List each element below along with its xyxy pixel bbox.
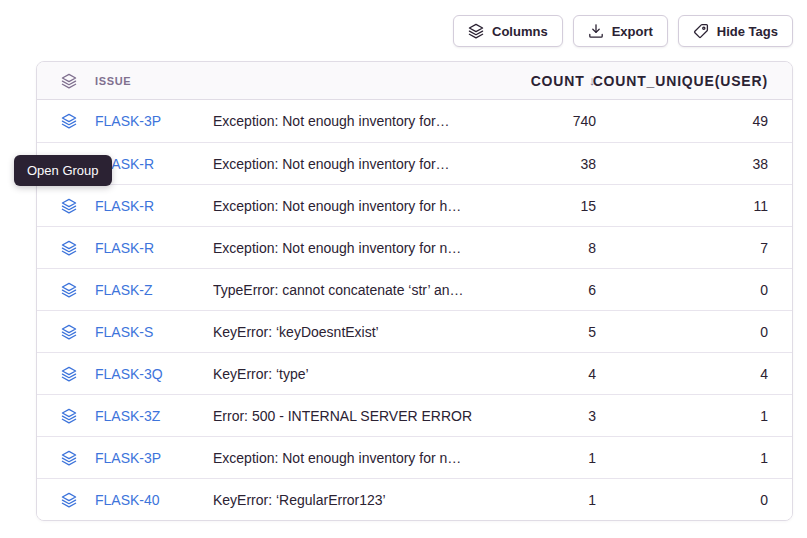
issue-id-link[interactable]: FLASK-R	[95, 240, 213, 256]
columns-button-label: Columns	[492, 24, 548, 39]
issue-icon-cell	[37, 240, 95, 256]
issue-icon-cell	[37, 113, 95, 129]
issue-title: Exception: Not enough inventory for n…	[213, 450, 486, 466]
issue-id-link[interactable]: FLASK-R	[95, 198, 213, 214]
count-cell: 740	[486, 113, 596, 129]
open-group-tooltip: Open Group	[14, 155, 112, 186]
count-cell: 1	[486, 492, 596, 508]
issues-table: ISSUE COUNT↓ COUNT_UNIQUE(USER) FLASK-3P…	[36, 61, 793, 521]
issue-icon-cell	[37, 408, 95, 424]
table-header-row: ISSUE COUNT↓ COUNT_UNIQUE(USER)	[37, 62, 792, 100]
table-row[interactable]: FLASK-R Exception: Not enough inventory …	[37, 184, 792, 226]
count-cell: 1	[486, 450, 596, 466]
issue-title: Exception: Not enough inventory for h…	[213, 198, 486, 214]
issue-title: KeyError: ‘keyDoesntExist’	[213, 324, 486, 340]
issue-title: Exception: Not enough inventory for n…	[213, 240, 486, 256]
issue-layers-icon[interactable]	[61, 282, 77, 298]
issue-id-link[interactable]: FLASK-3Q	[95, 366, 213, 382]
table-row[interactable]: FLASK-3Z Error: 500 - INTERNAL SERVER ER…	[37, 394, 792, 436]
count-unique-cell: 1	[596, 408, 792, 424]
count-cell: 3	[486, 408, 596, 424]
hide-tags-button[interactable]: Hide Tags	[678, 15, 793, 47]
count-unique-cell: 0	[596, 324, 792, 340]
issue-id-link[interactable]: FLASK-3P	[95, 113, 213, 129]
count-unique-cell: 0	[596, 492, 792, 508]
table-row[interactable]: FLASK-3P Exception: Not enough inventory…	[37, 100, 792, 142]
issue-layers-icon[interactable]	[61, 450, 77, 466]
count-cell: 6	[486, 282, 596, 298]
issue-layers-icon[interactable]	[61, 324, 77, 340]
count-cell: 4	[486, 366, 596, 382]
count-unique-cell: 1	[596, 450, 792, 466]
count-cell: 5	[486, 324, 596, 340]
table-row[interactable]: FLASK-3Q KeyError: ‘type’ 4 4	[37, 352, 792, 394]
issue-title: Exception: Not enough inventory for…	[213, 156, 486, 172]
table-row[interactable]: FLASK-Z TypeError: cannot concatenate ‘s…	[37, 268, 792, 310]
export-button-label: Export	[612, 24, 653, 39]
issue-icon-cell	[37, 198, 95, 214]
layers-icon	[468, 23, 484, 39]
open-group-tooltip-label: Open Group	[27, 163, 99, 178]
issue-title: Error: 500 - INTERNAL SERVER ERROR	[213, 408, 486, 424]
count-cell: 8	[486, 240, 596, 256]
download-icon	[588, 23, 604, 39]
table-row[interactable]: FLASK-3P Exception: Not enough inventory…	[37, 436, 792, 478]
issue-title: KeyError: ‘RegularError123’	[213, 492, 486, 508]
issue-id-link[interactable]: FLASK-3Z	[95, 408, 213, 424]
count-unique-column-header[interactable]: COUNT_UNIQUE(USER)	[596, 73, 792, 89]
columns-button[interactable]: Columns	[453, 15, 563, 47]
count-unique-cell: 7	[596, 240, 792, 256]
tag-icon	[693, 23, 709, 39]
issue-icon-cell	[37, 324, 95, 340]
issue-layers-icon[interactable]	[61, 492, 77, 508]
export-button[interactable]: Export	[573, 15, 668, 47]
count-unique-cell: 49	[596, 113, 792, 129]
issue-id-link[interactable]: FLASK-3P	[95, 450, 213, 466]
toolbar: Columns Export Hide Tags	[453, 15, 793, 47]
issue-icon-cell	[37, 366, 95, 382]
issue-title: Exception: Not enough inventory for…	[213, 113, 486, 129]
issue-icon-cell	[37, 282, 95, 298]
issue-title: TypeError: cannot concatenate ‘str’ an…	[213, 282, 486, 298]
issue-id-link[interactable]: FLASK-Z	[95, 282, 213, 298]
issue-layers-icon[interactable]	[61, 240, 77, 256]
hide-tags-button-label: Hide Tags	[717, 24, 778, 39]
issue-layers-icon[interactable]	[61, 408, 77, 424]
issue-icon-cell	[37, 492, 95, 508]
count-unique-cell: 38	[596, 156, 792, 172]
issue-id-link[interactable]: FLASK-R	[95, 156, 213, 172]
issue-icon-cell	[37, 450, 95, 466]
issue-id-link[interactable]: FLASK-S	[95, 324, 213, 340]
table-row[interactable]: FLASK-40 KeyError: ‘RegularError123’ 1 0	[37, 478, 792, 520]
table-row[interactable]: FLASK-R Exception: Not enough inventory …	[37, 226, 792, 268]
count-column-header[interactable]: COUNT↓	[486, 73, 596, 89]
table-row[interactable]: FLASK-S KeyError: ‘keyDoesntExist’ 5 0	[37, 310, 792, 352]
count-cell: 15	[486, 198, 596, 214]
layers-icon	[61, 73, 77, 89]
issue-layers-icon[interactable]	[61, 366, 77, 382]
issue-id-link[interactable]: FLASK-40	[95, 492, 213, 508]
count-cell: 38	[486, 156, 596, 172]
issue-layers-icon[interactable]	[61, 113, 77, 129]
issue-title: KeyError: ‘type’	[213, 366, 486, 382]
count-unique-cell: 11	[596, 198, 792, 214]
issue-layers-icon[interactable]	[61, 198, 77, 214]
table-row[interactable]: FLASK-R Exception: Not enough inventory …	[37, 142, 792, 184]
issue-column-header[interactable]: ISSUE	[95, 75, 213, 87]
issue-header-icon-cell	[37, 73, 95, 89]
count-unique-cell: 0	[596, 282, 792, 298]
count-unique-cell: 4	[596, 366, 792, 382]
